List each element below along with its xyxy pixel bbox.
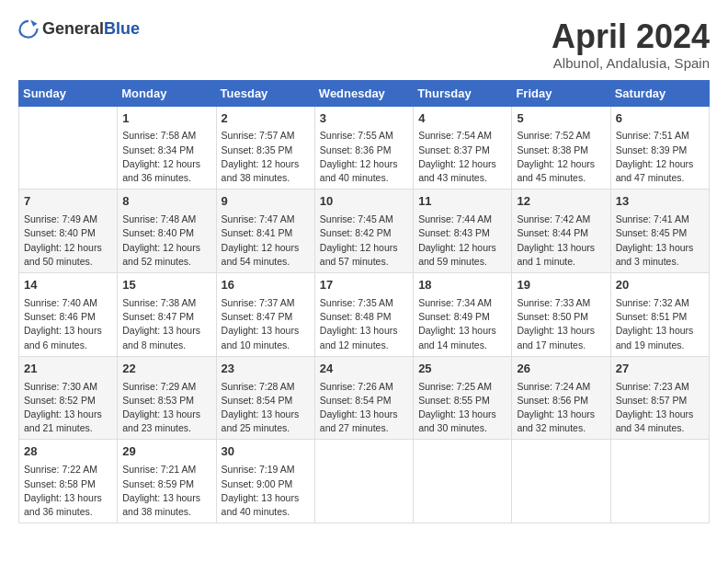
calendar-cell: 16Sunrise: 7:37 AM Sunset: 8:47 PM Dayli… (216, 273, 314, 357)
day-info: Sunrise: 7:19 AM Sunset: 9:00 PM Dayligh… (222, 463, 310, 519)
logo-icon (18, 18, 39, 39)
day-info: Sunrise: 7:22 AM Sunset: 8:58 PM Dayligh… (24, 463, 112, 519)
day-info: Sunrise: 7:34 AM Sunset: 8:49 PM Dayligh… (418, 296, 506, 352)
day-number: 12 (517, 193, 605, 211)
day-info: Sunrise: 7:24 AM Sunset: 8:56 PM Dayligh… (517, 380, 605, 436)
day-number: 15 (122, 277, 210, 294)
calendar-cell: 29Sunrise: 7:21 AM Sunset: 8:59 PM Dayli… (118, 440, 216, 523)
calendar-cell (19, 106, 118, 190)
day-number: 25 (418, 361, 506, 378)
calendar-week-row: 28Sunrise: 7:22 AM Sunset: 8:58 PM Dayli… (19, 440, 710, 523)
calendar-cell: 23Sunrise: 7:28 AM Sunset: 8:54 PM Dayli… (216, 356, 314, 440)
month-title: April 2024 (552, 18, 710, 55)
day-info: Sunrise: 7:25 AM Sunset: 8:55 PM Dayligh… (418, 380, 506, 436)
day-number: 1 (122, 110, 210, 128)
day-info: Sunrise: 7:57 AM Sunset: 8:35 PM Dayligh… (222, 129, 310, 185)
calendar-cell: 10Sunrise: 7:45 AM Sunset: 8:42 PM Dayli… (314, 190, 413, 273)
day-number: 10 (320, 193, 408, 211)
day-info: Sunrise: 7:35 AM Sunset: 8:48 PM Dayligh… (320, 296, 408, 352)
day-info: Sunrise: 7:41 AM Sunset: 8:45 PM Dayligh… (616, 213, 704, 269)
day-number: 14 (24, 277, 112, 294)
day-info: Sunrise: 7:55 AM Sunset: 8:36 PM Dayligh… (320, 129, 408, 185)
calendar-cell: 9Sunrise: 7:47 AM Sunset: 8:41 PM Daylig… (216, 190, 314, 273)
logo-text-general: General (42, 19, 104, 38)
day-info: Sunrise: 7:58 AM Sunset: 8:34 PM Dayligh… (122, 129, 210, 185)
day-number: 24 (320, 361, 408, 378)
day-number: 23 (222, 361, 310, 378)
day-info: Sunrise: 7:33 AM Sunset: 8:50 PM Dayligh… (517, 296, 605, 352)
calendar-cell: 24Sunrise: 7:26 AM Sunset: 8:54 PM Dayli… (314, 356, 413, 440)
calendar-cell (512, 440, 610, 523)
calendar-cell: 22Sunrise: 7:29 AM Sunset: 8:53 PM Dayli… (118, 356, 216, 440)
header-cell-tuesday: Tuesday (216, 80, 314, 106)
day-number: 6 (616, 110, 704, 128)
day-info: Sunrise: 7:21 AM Sunset: 8:59 PM Dayligh… (122, 463, 210, 519)
calendar-cell: 19Sunrise: 7:33 AM Sunset: 8:50 PM Dayli… (512, 273, 610, 357)
header-cell-monday: Monday (118, 80, 216, 106)
day-number: 16 (222, 277, 310, 294)
header-cell-thursday: Thursday (414, 80, 512, 106)
day-info: Sunrise: 7:23 AM Sunset: 8:57 PM Dayligh… (616, 380, 704, 436)
header: GeneralBlue April 2024 Albunol, Andalusi… (18, 18, 710, 71)
calendar-cell (610, 440, 709, 523)
day-info: Sunrise: 7:47 AM Sunset: 8:41 PM Dayligh… (222, 213, 310, 269)
day-number: 5 (517, 110, 605, 128)
calendar-week-row: 14Sunrise: 7:40 AM Sunset: 8:46 PM Dayli… (19, 273, 710, 357)
calendar-header: SundayMondayTuesdayWednesdayThursdayFrid… (19, 80, 710, 106)
day-info: Sunrise: 7:38 AM Sunset: 8:47 PM Dayligh… (122, 296, 210, 352)
calendar-cell: 18Sunrise: 7:34 AM Sunset: 8:49 PM Dayli… (414, 273, 512, 357)
calendar-week-row: 1Sunrise: 7:58 AM Sunset: 8:34 PM Daylig… (19, 106, 710, 190)
location-title: Albunol, Andalusia, Spain (552, 55, 710, 71)
day-number: 21 (24, 361, 112, 378)
day-number: 4 (418, 110, 506, 128)
calendar-week-row: 21Sunrise: 7:30 AM Sunset: 8:52 PM Dayli… (19, 356, 710, 440)
calendar-cell: 4Sunrise: 7:54 AM Sunset: 8:37 PM Daylig… (414, 106, 512, 190)
day-number: 7 (24, 193, 112, 211)
day-number: 20 (616, 277, 704, 294)
day-info: Sunrise: 7:49 AM Sunset: 8:40 PM Dayligh… (24, 213, 112, 269)
day-info: Sunrise: 7:48 AM Sunset: 8:40 PM Dayligh… (122, 213, 210, 269)
calendar-cell: 25Sunrise: 7:25 AM Sunset: 8:55 PM Dayli… (414, 356, 512, 440)
calendar-cell: 2Sunrise: 7:57 AM Sunset: 8:35 PM Daylig… (216, 106, 314, 190)
day-info: Sunrise: 7:32 AM Sunset: 8:51 PM Dayligh… (616, 296, 704, 352)
logo: GeneralBlue (18, 18, 140, 39)
day-number: 29 (122, 443, 210, 461)
day-number: 28 (24, 443, 112, 461)
day-info: Sunrise: 7:52 AM Sunset: 8:38 PM Dayligh… (517, 129, 605, 185)
day-info: Sunrise: 7:54 AM Sunset: 8:37 PM Dayligh… (418, 129, 506, 185)
day-number: 13 (616, 193, 704, 211)
calendar-cell: 28Sunrise: 7:22 AM Sunset: 8:58 PM Dayli… (19, 440, 118, 523)
calendar-cell: 12Sunrise: 7:42 AM Sunset: 8:44 PM Dayli… (512, 190, 610, 273)
calendar-cell: 14Sunrise: 7:40 AM Sunset: 8:46 PM Dayli… (19, 273, 118, 357)
calendar-cell: 6Sunrise: 7:51 AM Sunset: 8:39 PM Daylig… (610, 106, 709, 190)
day-number: 3 (320, 110, 408, 128)
calendar-cell: 20Sunrise: 7:32 AM Sunset: 8:51 PM Dayli… (610, 273, 709, 357)
header-cell-sunday: Sunday (19, 80, 118, 106)
calendar-cell: 17Sunrise: 7:35 AM Sunset: 8:48 PM Dayli… (314, 273, 413, 357)
day-info: Sunrise: 7:42 AM Sunset: 8:44 PM Dayligh… (517, 213, 605, 269)
calendar-cell: 21Sunrise: 7:30 AM Sunset: 8:52 PM Dayli… (19, 356, 118, 440)
day-info: Sunrise: 7:45 AM Sunset: 8:42 PM Dayligh… (320, 213, 408, 269)
header-cell-saturday: Saturday (610, 80, 709, 106)
calendar-cell: 27Sunrise: 7:23 AM Sunset: 8:57 PM Dayli… (610, 356, 709, 440)
calendar-cell (414, 440, 512, 523)
logo-text-blue: Blue (104, 19, 140, 38)
day-number: 30 (222, 443, 310, 461)
day-number: 11 (418, 193, 506, 211)
day-number: 8 (122, 193, 210, 211)
day-info: Sunrise: 7:44 AM Sunset: 8:43 PM Dayligh… (418, 213, 506, 269)
calendar-cell: 3Sunrise: 7:55 AM Sunset: 8:36 PM Daylig… (314, 106, 413, 190)
day-info: Sunrise: 7:26 AM Sunset: 8:54 PM Dayligh… (320, 380, 408, 436)
calendar-week-row: 7Sunrise: 7:49 AM Sunset: 8:40 PM Daylig… (19, 190, 710, 273)
day-number: 22 (122, 361, 210, 378)
title-area: April 2024 Albunol, Andalusia, Spain (552, 18, 710, 71)
calendar-table: SundayMondayTuesdayWednesdayThursdayFrid… (18, 80, 710, 524)
day-info: Sunrise: 7:29 AM Sunset: 8:53 PM Dayligh… (122, 380, 210, 436)
calendar-cell: 30Sunrise: 7:19 AM Sunset: 9:00 PM Dayli… (216, 440, 314, 523)
calendar-cell: 5Sunrise: 7:52 AM Sunset: 8:38 PM Daylig… (512, 106, 610, 190)
header-cell-friday: Friday (512, 80, 610, 106)
header-cell-wednesday: Wednesday (314, 80, 413, 106)
day-info: Sunrise: 7:37 AM Sunset: 8:47 PM Dayligh… (222, 296, 310, 352)
day-number: 19 (517, 277, 605, 294)
calendar-cell: 15Sunrise: 7:38 AM Sunset: 8:47 PM Dayli… (118, 273, 216, 357)
